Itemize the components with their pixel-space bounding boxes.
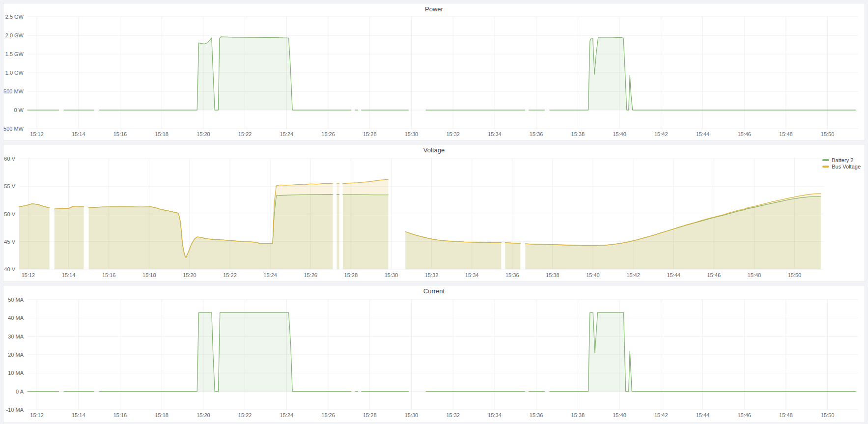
legend-item-battery-2[interactable]: Battery 2 xyxy=(822,157,861,163)
x-tick-label: 15:22 xyxy=(238,412,252,418)
y-tick-label: 1.0 GW xyxy=(5,70,24,76)
y-tick-label: 2.0 GW xyxy=(5,32,24,38)
x-tick-label: 15:24 xyxy=(263,272,277,278)
x-tick-label: 15:14 xyxy=(72,131,85,137)
y-tick-label: 30 MA xyxy=(8,334,24,339)
panel-title-current[interactable]: Current xyxy=(3,285,865,296)
y-tick-label: 40 MA xyxy=(8,315,24,321)
x-tick-label: 15:40 xyxy=(586,272,600,278)
x-tick-label: 15:14 xyxy=(72,412,85,418)
y-tick-label: 10 MA xyxy=(8,370,24,376)
series-area xyxy=(55,206,84,269)
x-tick-label: 15:20 xyxy=(196,412,210,418)
x-tick-label: 15:28 xyxy=(363,412,377,418)
series-area xyxy=(343,179,388,269)
legend-swatch-icon xyxy=(822,166,829,168)
x-tick-label: 15:42 xyxy=(654,412,668,418)
series-area xyxy=(505,243,520,269)
panel-title-power[interactable]: Power xyxy=(3,3,865,14)
y-tick-label: 55 V xyxy=(4,183,15,189)
x-tick-label: 15:36 xyxy=(505,272,519,278)
x-tick-label: 15:26 xyxy=(304,272,317,278)
y-tick-label: 40 V xyxy=(4,266,15,272)
y-tick-label: -500 MW xyxy=(3,126,24,132)
x-tick-label: 15:26 xyxy=(321,131,335,137)
current-chart[interactable]: 50 MA40 MA30 MA20 MA10 MA0 A-10 MA15:121… xyxy=(3,296,865,423)
y-tick-label: 2.5 GW xyxy=(5,14,24,20)
x-tick-label: 15:20 xyxy=(196,131,210,137)
x-tick-label: 15:18 xyxy=(142,272,156,278)
panel-power: Power 2.5 GW2.0 GW1.5 GW1.0 GW500 MW0 W-… xyxy=(3,3,865,141)
y-tick-label: 50 MA xyxy=(8,297,24,303)
x-tick-label: 15:32 xyxy=(446,131,460,137)
x-tick-label: 15:50 xyxy=(821,131,835,137)
x-tick-label: 15:42 xyxy=(626,272,640,278)
x-tick-label: 15:18 xyxy=(155,412,168,418)
x-tick-label: 15:22 xyxy=(238,131,252,137)
x-tick-label: 15:26 xyxy=(321,412,335,418)
x-tick-label: 15:50 xyxy=(788,272,802,278)
legend-swatch-icon xyxy=(822,159,829,161)
x-tick-label: 15:24 xyxy=(280,412,294,418)
y-tick-label: 0 W xyxy=(14,107,24,113)
x-tick-label: 15:16 xyxy=(113,131,127,137)
x-tick-label: 15:38 xyxy=(546,272,560,278)
power-chart[interactable]: 2.5 GW2.0 GW1.5 GW1.0 GW500 MW0 W-500 MW… xyxy=(3,14,865,141)
x-tick-label: 15:30 xyxy=(385,272,398,278)
x-tick-label: 15:48 xyxy=(748,272,761,278)
legend-label: Bus Voltage xyxy=(832,164,861,170)
legend-item-bus-voltage[interactable]: Bus Voltage xyxy=(822,164,861,170)
x-tick-label: 15:46 xyxy=(737,131,751,137)
x-tick-label: 15:36 xyxy=(530,131,543,137)
y-tick-label: -10 MA xyxy=(6,407,24,413)
x-tick-label: 15:28 xyxy=(363,131,377,137)
y-tick-label: 45 V xyxy=(4,239,15,245)
series-area xyxy=(337,183,339,269)
y-tick-label: 60 V xyxy=(4,156,15,162)
x-tick-label: 15:28 xyxy=(344,272,358,278)
x-tick-label: 15:32 xyxy=(446,412,460,418)
y-tick-label: 20 MA xyxy=(8,352,24,358)
x-tick-label: 15:32 xyxy=(425,272,439,278)
x-tick-label: 15:38 xyxy=(571,131,585,137)
x-tick-label: 15:50 xyxy=(821,412,835,418)
series-area xyxy=(99,37,351,110)
x-tick-label: 15:34 xyxy=(488,412,502,418)
dashboard: Power 2.5 GW2.0 GW1.5 GW1.0 GW500 MW0 W-… xyxy=(0,0,868,424)
x-tick-label: 15:40 xyxy=(613,412,626,418)
x-tick-label: 15:12 xyxy=(30,131,44,137)
y-tick-label: 500 MW xyxy=(3,88,24,94)
y-tick-label: 0 A xyxy=(16,389,24,395)
legend-label: Battery 2 xyxy=(832,157,853,163)
series-area xyxy=(89,183,333,269)
x-tick-label: 15:22 xyxy=(223,272,237,278)
x-tick-label: 15:20 xyxy=(183,272,196,278)
panel-voltage: Voltage 60 V55 V50 V45 V40 V15:1215:1415… xyxy=(3,144,865,282)
x-tick-label: 15:14 xyxy=(62,272,76,278)
series-area xyxy=(19,204,50,269)
x-tick-label: 15:36 xyxy=(530,412,543,418)
x-tick-label: 15:44 xyxy=(667,272,680,278)
x-tick-label: 15:38 xyxy=(571,412,585,418)
voltage-chart[interactable]: 60 V55 V50 V45 V40 V15:1215:1415:1615:18… xyxy=(3,155,865,282)
x-tick-label: 15:48 xyxy=(779,412,793,418)
x-tick-label: 15:18 xyxy=(155,131,168,137)
x-tick-label: 15:34 xyxy=(488,131,502,137)
x-tick-label: 15:48 xyxy=(779,131,793,137)
x-tick-label: 15:16 xyxy=(113,412,127,418)
panel-title-voltage[interactable]: Voltage xyxy=(3,144,865,155)
x-tick-label: 15:30 xyxy=(405,412,419,418)
x-tick-label: 15:42 xyxy=(654,131,668,137)
panel-current: Current 50 MA40 MA30 MA20 MA10 MA0 A-10 … xyxy=(3,285,865,423)
x-tick-label: 15:24 xyxy=(280,131,294,137)
x-tick-label: 15:40 xyxy=(613,131,626,137)
x-tick-label: 15:12 xyxy=(30,412,44,418)
x-tick-label: 15:46 xyxy=(707,272,721,278)
y-tick-label: 50 V xyxy=(4,211,15,217)
y-tick-label: 1.5 GW xyxy=(5,51,24,57)
x-tick-label: 15:44 xyxy=(696,131,710,137)
x-tick-label: 15:44 xyxy=(696,412,710,418)
voltage-legend: Battery 2Bus Voltage xyxy=(822,157,861,170)
x-tick-label: 15:12 xyxy=(22,272,35,278)
series-area xyxy=(525,194,820,269)
